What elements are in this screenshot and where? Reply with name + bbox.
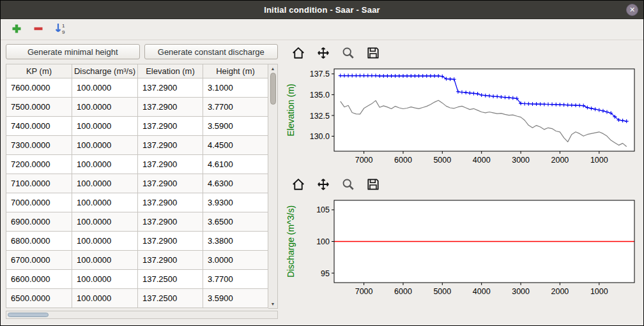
table-cell[interactable]: 3.5900 xyxy=(203,289,268,308)
table-cell[interactable]: 3.3800 xyxy=(203,232,268,251)
table-cell[interactable]: 137.2900 xyxy=(138,98,203,117)
table-cell[interactable]: 137.2500 xyxy=(138,289,203,308)
generate-buttons-row: Generate minimal height Generate constan… xyxy=(6,44,278,59)
column-header[interactable]: Discharge (m³/s) xyxy=(72,64,138,78)
table-cell[interactable]: 6800.0000 xyxy=(6,232,72,251)
table-cell[interactable]: 6700.0000 xyxy=(6,251,72,270)
sort-rows-button[interactable]: 1 9 xyxy=(52,21,68,38)
add-row-button[interactable] xyxy=(8,21,25,38)
table-row[interactable]: 6600.0000100.0000137.25003.7700 xyxy=(6,270,268,289)
y-axis-label: Elevation (m) xyxy=(286,84,296,136)
svg-text:1: 1 xyxy=(62,23,65,29)
table-cell[interactable]: 6900.0000 xyxy=(6,212,72,232)
table-cell[interactable]: 137.2900 xyxy=(138,174,203,193)
table-cell[interactable]: 137.2900 xyxy=(138,155,203,174)
vertical-scrollbar-thumb[interactable] xyxy=(270,73,276,105)
table-cell[interactable]: 3.7700 xyxy=(203,270,268,289)
table-cell[interactable]: 137.2900 xyxy=(138,117,203,136)
column-header[interactable]: Elevation (m) xyxy=(138,64,203,78)
table-row[interactable]: 7600.0000100.0000137.29003.1000 xyxy=(6,78,268,98)
table-cell[interactable]: 100.0000 xyxy=(72,155,138,174)
table-cell[interactable]: 7500.0000 xyxy=(6,98,72,117)
table-cell[interactable]: 4.6300 xyxy=(203,174,268,193)
table-cell[interactable]: 4.6100 xyxy=(203,155,268,174)
table-cell[interactable]: 100.0000 xyxy=(72,174,138,193)
discharge-save-button[interactable] xyxy=(365,177,381,193)
remove-row-icon xyxy=(32,22,45,37)
discharge-chart[interactable]: 700060005000400030002000100095100105Disc… xyxy=(284,196,640,306)
table-cell[interactable]: 3.7700 xyxy=(203,98,268,117)
table-cell[interactable]: 7400.0000 xyxy=(6,117,72,136)
table-cell[interactable]: 100.0000 xyxy=(72,78,138,98)
table-cell[interactable]: 137.2900 xyxy=(138,232,203,251)
elevation-save-button[interactable] xyxy=(365,46,381,61)
content-area: Generate minimal height Generate constan… xyxy=(1,40,643,325)
zoom-icon xyxy=(341,46,355,62)
table-cell[interactable]: 3.6500 xyxy=(203,212,268,232)
discharge-home-button[interactable] xyxy=(291,177,306,193)
table-cell[interactable]: 7200.0000 xyxy=(6,155,72,174)
table-row[interactable]: 7000.0000100.0000137.29003.9300 xyxy=(6,193,268,212)
table-cell[interactable]: 6600.0000 xyxy=(6,270,72,289)
table-cell[interactable]: 137.2900 xyxy=(138,136,203,155)
zoom-icon xyxy=(341,177,355,193)
table-row[interactable]: 7100.0000100.0000137.29004.6300 xyxy=(6,174,268,193)
generate-minimal-height-button[interactable]: Generate minimal height xyxy=(6,44,140,59)
pan-icon xyxy=(316,177,330,193)
elevation-chart[interactable]: 7000600050004000300020001000130.0132.513… xyxy=(284,64,640,174)
table-cell[interactable]: 100.0000 xyxy=(72,117,138,136)
table-cell[interactable]: 100.0000 xyxy=(72,193,138,212)
table-cell[interactable]: 3.0000 xyxy=(203,251,268,270)
table-cell[interactable]: 100.0000 xyxy=(72,232,138,251)
table-cell[interactable]: 100.0000 xyxy=(72,251,138,270)
y-tick-label: 105 xyxy=(316,205,330,214)
table-cell[interactable]: 7300.0000 xyxy=(6,136,72,155)
remove-row-button[interactable] xyxy=(30,21,47,38)
elevation-home-button[interactable] xyxy=(291,46,306,61)
table-cell[interactable]: 7000.0000 xyxy=(6,193,72,212)
table-cell[interactable]: 3.1000 xyxy=(203,78,268,98)
table-cell[interactable]: 7100.0000 xyxy=(6,174,72,193)
table-cell[interactable]: 6500.0000 xyxy=(6,289,72,308)
table-row[interactable]: 6800.0000100.0000137.29003.3800 xyxy=(6,232,268,251)
table-cell[interactable]: 137.2900 xyxy=(138,193,203,212)
table-cell[interactable]: 100.0000 xyxy=(72,212,138,232)
column-header[interactable]: KP (m) xyxy=(6,64,72,78)
table-cell[interactable]: 100.0000 xyxy=(72,136,138,155)
table-row[interactable]: 7300.0000100.0000137.29004.4500 xyxy=(6,136,268,155)
scroll-down-icon[interactable]: ▼ xyxy=(268,300,277,308)
elevation-zoom-button[interactable] xyxy=(341,46,356,61)
right-panel: 7000600050004000300020001000130.0132.513… xyxy=(282,44,638,323)
horizontal-scrollbar[interactable] xyxy=(6,311,278,319)
home-icon xyxy=(291,177,305,193)
column-header[interactable]: Height (m) xyxy=(203,64,268,78)
y-tick-label: 132.5 xyxy=(310,112,330,121)
table-cell[interactable]: 100.0000 xyxy=(72,98,138,117)
titlebar[interactable]: Initial condition - Saar - Saar ✕ xyxy=(1,1,643,19)
scroll-up-icon[interactable]: ▲ xyxy=(268,64,277,73)
table-cell[interactable]: 3.5900 xyxy=(203,117,268,136)
table-cell[interactable]: 137.2900 xyxy=(138,78,203,98)
table-cell[interactable]: 7600.0000 xyxy=(6,78,72,98)
horizontal-scrollbar-thumb[interactable] xyxy=(8,313,49,317)
table-row[interactable]: 6700.0000100.0000137.29003.0000 xyxy=(6,251,268,270)
table-cell[interactable]: 137.2900 xyxy=(138,251,203,270)
table-row[interactable]: 7400.0000100.0000137.29003.5900 xyxy=(6,117,268,136)
table-cell[interactable]: 100.0000 xyxy=(72,270,138,289)
initial-condition-table: KP (m)Discharge (m³/s)Elevation (m)Heigh… xyxy=(6,64,268,308)
discharge-pan-button[interactable] xyxy=(316,177,331,193)
vertical-scrollbar[interactable]: ▲ ▼ xyxy=(268,64,278,309)
table-cell[interactable]: 137.2500 xyxy=(138,270,203,289)
elevation-pan-button[interactable] xyxy=(316,46,331,61)
table-row[interactable]: 6500.0000100.0000137.25003.5900 xyxy=(6,289,268,308)
close-button[interactable]: ✕ xyxy=(626,4,638,16)
generate-constant-discharge-button[interactable]: Generate constant discharge xyxy=(144,44,279,59)
table-row[interactable]: 7500.0000100.0000137.29003.7700 xyxy=(6,98,268,117)
discharge-zoom-button[interactable] xyxy=(341,177,356,193)
table-row[interactable]: 6900.0000100.0000137.29003.6500 xyxy=(6,212,268,232)
table-cell[interactable]: 3.9300 xyxy=(203,193,268,212)
table-row[interactable]: 7200.0000100.0000137.29004.6100 xyxy=(6,155,268,174)
table-cell[interactable]: 100.0000 xyxy=(72,289,138,308)
table-cell[interactable]: 4.4500 xyxy=(203,136,268,155)
table-cell[interactable]: 137.2900 xyxy=(138,212,203,232)
